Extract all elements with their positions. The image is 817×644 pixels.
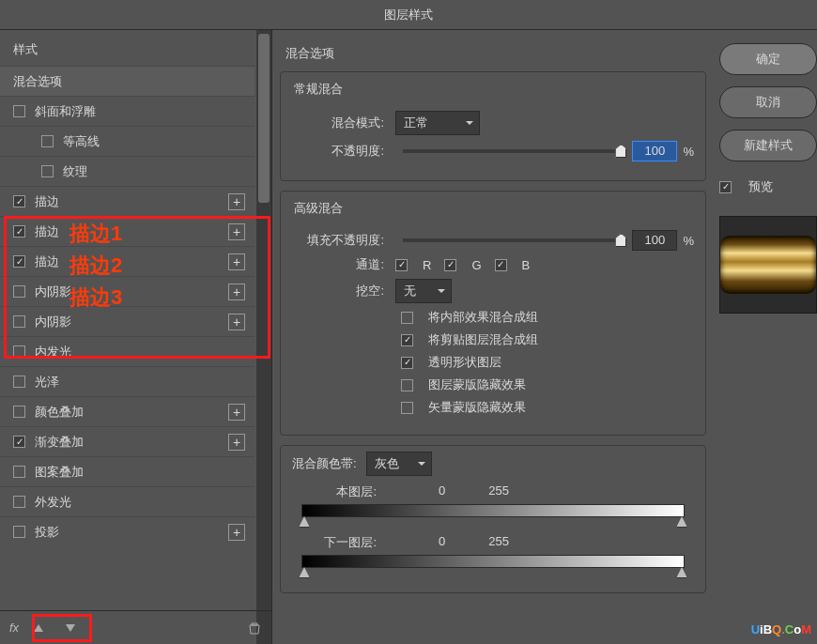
opt-blend-interior-checkbox[interactable] [401,312,413,324]
style-row-drop-shadow[interactable]: 投影+ [0,516,254,546]
styles-header: 样式 [0,30,271,66]
channel-b-label: B [522,258,531,272]
opt-transparency-shapes-checkbox[interactable] [401,357,413,369]
sidebar-scrollbar[interactable] [256,30,271,644]
style-row-pattern-overlay[interactable]: 图案叠加 [0,456,254,486]
checkbox[interactable] [13,105,25,117]
gradient-handle-left-icon[interactable] [299,567,310,578]
style-row-stroke-3[interactable]: 描边+ [0,246,254,276]
checkbox[interactable] [13,436,25,448]
opt-blend-clipped-checkbox[interactable] [401,334,413,346]
style-label: 光泽 [35,374,59,391]
preview-thumbnail [719,216,817,314]
checkbox[interactable] [41,135,54,147]
this-layer-gradient[interactable] [301,504,685,517]
blend-if-label: 混合颜色带: [292,455,366,472]
style-row-texture[interactable]: 纹理 [0,156,254,186]
checkbox[interactable] [13,376,25,388]
fill-opacity-input[interactable]: 100 [632,230,677,251]
style-row-outer-glow[interactable]: 外发光 [0,486,254,516]
gradient-handle-right-icon[interactable] [676,567,687,578]
style-label: 颜色叠加 [35,404,84,421]
add-effect-icon[interactable]: + [228,314,245,330]
style-label: 内阴影 [35,314,71,330]
this-layer-label: 本图层: [292,483,377,500]
style-row-gradient-overlay[interactable]: 渐变叠加+ [0,426,254,456]
this-layer-low: 0 [439,483,445,500]
gradient-handle-left-icon[interactable] [299,516,310,528]
general-blend-title: 常规混合 [288,81,348,98]
add-effect-icon[interactable]: + [228,253,245,270]
add-effect-icon[interactable]: + [228,193,245,210]
style-row-stroke-1[interactable]: 描边+ [0,186,254,216]
add-effect-icon[interactable]: + [228,284,245,300]
fill-opacity-slider[interactable] [403,238,624,242]
style-label: 描边 [35,223,59,240]
blend-if-select[interactable]: 灰色 [366,452,432,476]
style-row-inner-shadow-1[interactable]: 内阴影+ [0,276,254,306]
dialog-title: 图层样式 [0,0,817,30]
slider-thumb-icon[interactable] [615,145,626,158]
move-down-button[interactable] [58,618,83,638]
style-label: 描边 [35,193,59,210]
style-row-blending-options[interactable]: 混合选项 [0,66,254,96]
style-row-inner-glow[interactable]: 内发光 [0,336,254,366]
underlying-gradient[interactable] [301,555,685,568]
style-row-satin[interactable]: 光泽 [0,366,254,396]
svg-marker-0 [34,624,43,632]
style-label: 等高线 [63,133,100,150]
this-layer-high: 255 [488,483,509,500]
opt-layer-mask-hide-checkbox[interactable] [401,379,413,391]
checkbox[interactable] [13,345,25,358]
advanced-blend-panel: 高级混合 填充不透明度: 100 % 通道: R G B 挖空: [280,191,706,436]
checkbox[interactable] [13,526,25,538]
knockout-label: 挖空: [292,283,395,299]
style-label: 混合选项 [13,73,62,90]
add-effect-icon[interactable]: + [228,223,245,240]
channel-r-checkbox[interactable] [395,259,408,271]
new-style-button[interactable]: 新建样式 [719,130,817,161]
fx-label: fx [9,621,19,635]
advanced-blend-title: 高级混合 [288,200,348,217]
channel-b-checkbox[interactable] [495,259,507,271]
cancel-button[interactable]: 取消 [719,86,817,118]
ok-button[interactable]: 确定 [719,43,817,75]
delete-button[interactable] [247,621,262,636]
add-effect-icon[interactable]: + [228,404,245,421]
add-effect-icon[interactable]: + [228,524,245,541]
opacity-slider[interactable] [403,149,624,153]
checkbox[interactable] [41,165,54,177]
style-row-color-overlay[interactable]: 颜色叠加+ [0,396,254,426]
add-effect-icon[interactable]: + [228,434,245,451]
style-row-stroke-2[interactable]: 描边+ [0,216,254,246]
checkbox[interactable] [13,285,25,298]
opt-vector-mask-hide-checkbox[interactable] [401,402,413,414]
checkbox[interactable] [13,496,25,508]
style-label: 渐变叠加 [35,434,84,451]
blend-mode-select[interactable]: 正常 [395,111,480,135]
checkbox[interactable] [13,315,25,328]
checkbox[interactable] [13,466,25,478]
checkbox[interactable] [13,195,25,207]
channel-g-checkbox[interactable] [444,259,456,271]
opacity-input[interactable]: 100 [632,141,677,161]
checkbox[interactable] [13,406,25,418]
checkbox[interactable] [13,255,25,268]
style-label: 纹理 [63,163,87,180]
dialog-buttons: 确定 取消 新建样式 预览 [714,30,817,644]
preview-checkbox[interactable] [719,181,732,193]
percent-label: % [683,234,694,248]
gradient-handle-right-icon[interactable] [676,516,687,528]
channel-g-label: G [471,258,481,272]
style-label: 外发光 [35,494,71,511]
style-row-inner-shadow-2[interactable]: 内阴影+ [0,306,254,336]
style-row-bevel[interactable]: 斜面和浮雕 [0,96,254,126]
slider-thumb-icon[interactable] [615,234,626,247]
underlying-layer-label: 下一图层: [292,534,377,551]
style-label: 内阴影 [35,284,71,300]
knockout-select[interactable]: 无 [395,279,452,303]
checkbox[interactable] [13,225,25,238]
style-row-contour[interactable]: 等高线 [0,126,254,156]
move-up-button[interactable] [26,618,51,638]
blend-if-panel: 混合颜色带: 灰色 本图层: 0 255 下一图层 [280,445,706,593]
